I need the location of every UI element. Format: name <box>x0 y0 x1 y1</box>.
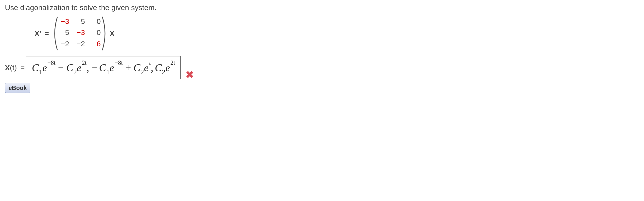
matrix-cell: −2 <box>59 40 69 50</box>
matrix-cell: −3 <box>75 28 85 38</box>
matrix-cell: 5 <box>59 28 69 38</box>
matrix-cell: −3 <box>59 17 69 27</box>
trailing-x: X <box>110 29 114 38</box>
matrix-cell: 6 <box>90 40 101 50</box>
answer-input[interactable]: C1 e−8t + C2 e2t , − C1 e−8t + C2 et , C… <box>26 56 181 79</box>
divider <box>5 99 639 99</box>
answer-row: X(t) = C1 e−8t + C2 e2t , − C1 e−8t + C2… <box>5 56 639 79</box>
paren-left-icon <box>51 16 58 51</box>
matrix: −3 5 0 5 −3 0 −2 −2 6 <box>51 16 109 51</box>
matrix-cell: 0 <box>90 28 101 38</box>
question-text: Use diagonalization to solve the given s… <box>5 4 639 12</box>
equals-sign: = <box>44 29 49 38</box>
paren-right-icon <box>101 16 109 51</box>
matrix-cell: −2 <box>75 40 85 50</box>
lhs-label: X′ <box>34 29 41 38</box>
answer-label: X(t) = <box>5 64 25 72</box>
system-equation: X′ = −3 5 0 5 −3 0 −2 −2 6 X <box>34 16 639 51</box>
ebook-button[interactable]: eBook <box>5 83 30 93</box>
matrix-cell: 5 <box>75 17 85 27</box>
matrix-cell: 0 <box>90 17 101 27</box>
incorrect-icon: ✖ <box>186 69 194 80</box>
